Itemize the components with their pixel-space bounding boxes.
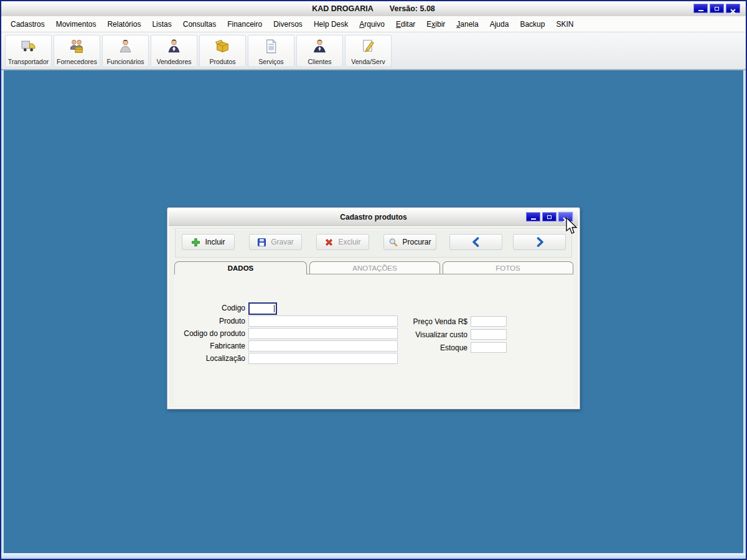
- menu-item-diversos[interactable]: Diversos: [268, 20, 308, 29]
- action-button-proximo[interactable]: [513, 234, 566, 250]
- tab-fotos[interactable]: FOTOS: [443, 261, 573, 274]
- codigo-label: Codigo: [171, 304, 245, 312]
- search-icon: [388, 238, 398, 247]
- menu-item-cadastros[interactable]: Cadastros: [5, 20, 50, 29]
- codigo-do-produto-input[interactable]: [248, 328, 398, 339]
- menu-item-help-desk[interactable]: Help Desk: [308, 20, 354, 29]
- save-icon: [257, 238, 266, 247]
- sale-pencil-icon: [360, 35, 377, 58]
- salesperson-icon: [166, 35, 182, 58]
- menu-item-consultas[interactable]: Consultas: [177, 20, 222, 29]
- menu-item-listas[interactable]: Listas: [146, 20, 177, 29]
- minimize-icon: [531, 218, 536, 220]
- action-button-excluir[interactable]: Excluir: [316, 234, 369, 250]
- menu-item-movimentos[interactable]: Movimentos: [50, 20, 102, 29]
- menu-item-label: Help Desk: [314, 20, 348, 29]
- maximize-button[interactable]: [542, 212, 557, 222]
- menu-item-janela[interactable]: Janela: [451, 20, 484, 29]
- close-button[interactable]: [558, 212, 573, 222]
- codigo-input[interactable]: [248, 302, 277, 315]
- toolbar-button-funcionarios[interactable]: Funcionários: [102, 35, 149, 67]
- menu-item-label: Diversos: [273, 20, 303, 29]
- localizacao-label: Localização: [171, 354, 245, 363]
- toolbar-button-label: Funcionários: [106, 58, 144, 65]
- estoque-input[interactable]: [471, 342, 507, 353]
- minimize-icon: [698, 10, 703, 11]
- chevron-left-icon: [470, 237, 482, 247]
- suppliers-icon: [68, 35, 85, 58]
- toolbar-button-transportador[interactable]: Transportador: [5, 35, 52, 67]
- toolbar-button-produtos[interactable]: Produtos: [199, 35, 246, 67]
- app-title: KAD DROGARIA: [312, 4, 374, 13]
- menu-item-label: Relatórios: [107, 20, 141, 29]
- toolbar-button-vendedores[interactable]: Vendedores: [151, 35, 197, 67]
- action-button-procurar[interactable]: Procurar: [383, 234, 436, 250]
- toolbar-button-label: Venda/Serv: [351, 58, 385, 65]
- toolbar-button-venda-serv[interactable]: Venda/Serv: [345, 35, 392, 67]
- preco-venda-label: Preço Venda R$: [387, 317, 467, 326]
- client-icon: [311, 35, 328, 58]
- tab-anotacoes[interactable]: ANOTAÇÕES: [309, 261, 440, 274]
- dialog-titlebar[interactable]: Cadastro produtos: [169, 209, 578, 226]
- menu-item-backup[interactable]: Backup: [514, 20, 550, 29]
- main-titlebar: KAD DROGARIA Versão: 5.08: [1, 1, 746, 17]
- maximize-icon: [547, 215, 552, 219]
- toolbar: TransportadorFornecedoresFuncionáriosVen…: [1, 32, 746, 70]
- menu-item-label: E: [396, 20, 401, 29]
- menu-item-editar[interactable]: Editar: [390, 20, 421, 29]
- menu-item-label: Backup: [520, 20, 545, 29]
- codigo-do-produto-label: Codigo do produto: [171, 329, 245, 338]
- menu-item-arquivo[interactable]: Arquivo: [354, 20, 390, 29]
- dialog-window-controls: [526, 212, 573, 222]
- toolbar-button-label: Serviços: [258, 58, 283, 65]
- produto-label: Produto: [171, 317, 245, 325]
- text-caret: [274, 305, 275, 312]
- delete-x-icon: [324, 238, 334, 247]
- toolbar-button-servicos[interactable]: Serviços: [248, 35, 294, 67]
- estoque-label: Estoque: [387, 343, 467, 352]
- menu-item-financeiro[interactable]: Financeiro: [222, 20, 268, 29]
- close-button[interactable]: [726, 4, 740, 13]
- toolbar-button-label: Clientes: [308, 58, 332, 65]
- toolbar-button-label: Transportador: [8, 58, 49, 65]
- visualizar-custo-label: Visualizar custo: [387, 330, 467, 339]
- product-box-icon: [214, 35, 231, 58]
- produto-input[interactable]: [248, 315, 398, 327]
- dialog-title: Cadastro produtos: [340, 213, 406, 222]
- document-icon: [263, 35, 280, 58]
- menu-item-skin[interactable]: SKIN: [550, 20, 579, 29]
- menu-bar: CadastrosMovimentosRelatóriosListasConsu…: [1, 16, 746, 32]
- action-button-anterior[interactable]: [449, 234, 502, 250]
- menu-item-label: ibir: [435, 20, 445, 29]
- maximize-button[interactable]: [710, 4, 724, 13]
- menu-item-relatorios[interactable]: Relatórios: [101, 20, 146, 29]
- menu-item-label: Listas: [152, 20, 171, 29]
- toolbar-button-clientes[interactable]: Clientes: [296, 35, 343, 67]
- action-button-label: Procurar: [402, 238, 431, 246]
- minimize-button[interactable]: [526, 212, 540, 222]
- menu-item-ajuda[interactable]: Ajuda: [484, 20, 515, 29]
- minimize-button[interactable]: [693, 4, 708, 13]
- plus-icon: [191, 238, 200, 247]
- toolbar-button-fornecedores[interactable]: Fornecedores: [54, 35, 100, 67]
- tab-dados[interactable]: DADOS: [174, 261, 307, 274]
- menu-item-label: Ajuda: [490, 20, 509, 29]
- menu-item-exibir[interactable]: Exibir: [421, 20, 451, 29]
- maximize-icon: [715, 7, 719, 11]
- fabricante-input[interactable]: [248, 340, 398, 352]
- close-icon: [563, 214, 568, 220]
- preco-venda-input[interactable]: [471, 316, 507, 327]
- toolbar-button-label: Produtos: [209, 58, 235, 65]
- employee-icon: [117, 35, 134, 58]
- application-window: KAD DROGARIA Versão: 5.08 CadastrosMovim…: [0, 0, 747, 560]
- action-button-incluir[interactable]: Incluir: [182, 234, 235, 250]
- action-button-gravar[interactable]: Gravar: [249, 234, 302, 250]
- menu-item-label: rquivo: [364, 20, 385, 29]
- close-icon: [730, 6, 736, 11]
- localizacao-input[interactable]: [248, 353, 398, 364]
- main-window-controls: [693, 4, 740, 13]
- visualizar-custo-input[interactable]: [471, 329, 507, 340]
- menu-item-label: SKIN: [556, 20, 573, 29]
- menu-item-label: ditar: [401, 20, 415, 29]
- chevron-right-icon: [533, 237, 546, 247]
